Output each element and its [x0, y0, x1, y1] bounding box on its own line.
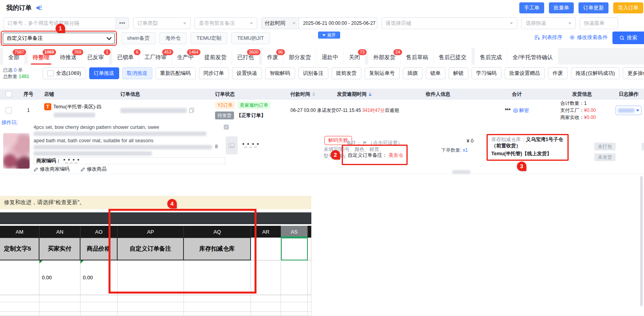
- push-decoded-button[interactable]: 推送(仅解码成功): [571, 67, 620, 79]
- col-AM[interactable]: AM: [0, 226, 39, 238]
- tab-aftersale-draft[interactable]: 售后草稿: [401, 48, 433, 65]
- tab-all[interactable]: 7587全部: [3, 48, 24, 65]
- selected-count: 0: [14, 67, 17, 73]
- quick-tag-shein[interactable]: shein备货: [121, 32, 155, 44]
- tab-locked[interactable]: 6已锁单: [112, 48, 139, 65]
- page-title: 我的订单: [6, 4, 32, 12]
- header-custom-text5[interactable]: 定制文字5: [0, 238, 39, 260]
- has-message-select[interactable]: 是否有留言备注: [195, 17, 257, 29]
- quick-tag-overseas[interactable]: 海外仓: [159, 32, 187, 44]
- col-order-status: 订单状态: [211, 91, 288, 98]
- recipient-mask: ***: [505, 108, 511, 113]
- cell-AM2[interactable]: [0, 260, 39, 295]
- qty-line: 下单数量: x1: [441, 147, 468, 154]
- recognize-remark-button[interactable]: 识别备注: [298, 67, 328, 79]
- pencil-icon: [34, 167, 38, 172]
- warehouse-select-blurred[interactable]: [616, 106, 642, 115]
- sync-order-button[interactable]: 同步订单: [199, 67, 229, 79]
- express-select[interactable]: 选择快递: [521, 17, 576, 29]
- tab-in-production[interactable]: 1464生产中: [172, 48, 199, 65]
- list-sort-link[interactable]: 列表排序: [534, 34, 562, 41]
- waybill-input[interactable]: 快递面单: [580, 17, 618, 29]
- tab-early-ship[interactable]: 提前发货: [199, 48, 232, 65]
- top-bar: 我的订单 手工单 批量单 订单更新 导入订单: [0, 0, 644, 16]
- header-checkbox[interactable]: [6, 91, 12, 97]
- payment-time-type-select[interactable]: 付款时间: [261, 17, 299, 29]
- row-divider: [0, 174, 644, 174]
- checkbox-icon[interactable]: ✓: [224, 125, 229, 130]
- search-button[interactable]: 搜索: [612, 32, 644, 44]
- void-button[interactable]: 作废: [548, 67, 568, 79]
- tab-aftersale-done[interactable]: 售后完成: [475, 48, 507, 65]
- flag-button[interactable]: 插旗: [403, 67, 423, 79]
- order-type-select[interactable]: 订单类型: [133, 17, 191, 29]
- tab-managed-confirm[interactable]: 全/半托管待确认: [507, 48, 558, 65]
- cell-AS1-selected[interactable]: [281, 238, 308, 260]
- copy-icon[interactable]: [189, 108, 194, 113]
- tab-packed[interactable]: 3600已打包: [232, 48, 259, 65]
- warehouse-line: 库存扣减仓库：义乌宝湾1号子仓（前置收货）: [491, 136, 566, 149]
- import-order-button[interactable]: 导入订单: [613, 2, 643, 13]
- edit-product-link[interactable]: 修改商品: [80, 166, 107, 173]
- col-log-actions: 日志操作: [616, 91, 644, 98]
- tab-external-ship[interactable]: 24外部发货: [368, 48, 401, 65]
- quick-tag-temu-custom[interactable]: TEMU定制: [191, 32, 227, 44]
- batch-order-button[interactable]: 批量单: [549, 2, 574, 13]
- edit-sku-link[interactable]: 修改商家编码: [34, 166, 69, 173]
- cell-AS2[interactable]: [281, 260, 308, 295]
- sort-icon[interactable]: [312, 92, 315, 96]
- col-AS-selected[interactable]: AS: [281, 226, 308, 238]
- copy-tracking-button[interactable]: 复制运单号: [365, 67, 400, 79]
- batch-gift-button[interactable]: 批量设置赠品: [505, 67, 545, 79]
- cell-AN2[interactable]: 0.00: [39, 260, 80, 295]
- sort-icon-active[interactable]: [369, 92, 372, 96]
- manual-order-button[interactable]: 手工单: [519, 2, 544, 13]
- tab-partial-ship[interactable]: 部分发货: [283, 48, 316, 65]
- chevron-down-icon: [292, 22, 296, 24]
- select-all-checkbox[interactable]: [47, 70, 54, 76]
- order-update-button[interactable]: 订单更新: [578, 2, 608, 13]
- product-title-line1[interactable]: 4pcs set, bow cherry design pattern show…: [34, 125, 222, 130]
- product-image-blurred[interactable]: [3, 133, 30, 169]
- more-input-options-button[interactable]: •••: [116, 18, 129, 29]
- row-checkbox[interactable]: [6, 107, 12, 113]
- vertical-scrollbar[interactable]: [640, 176, 643, 306]
- col-AN[interactable]: AN: [39, 226, 80, 238]
- tab-refunding[interactable]: 退款中: [316, 48, 343, 65]
- col-pay-time[interactable]: 付款时间: [288, 91, 331, 98]
- announcement-megaphone-icon[interactable]: [36, 5, 43, 11]
- header-buyer-paid[interactable]: 买家实付: [39, 238, 80, 260]
- col-overdue-time[interactable]: 发货逾期时间: [331, 91, 391, 98]
- learn-code-button[interactable]: 学习编码: [472, 67, 502, 79]
- order-number-input[interactable]: 订单号，多个用逗号或空格分隔 •••: [3, 17, 129, 29]
- annotation-box-1: 自定义订单备注: [1, 31, 117, 46]
- cancel-push-button[interactable]: 取消推送: [122, 67, 152, 79]
- tab-re-reviewed[interactable]: 1已反审: [82, 48, 109, 65]
- tab-pending-sort[interactable]: 1069待整理: [28, 48, 54, 65]
- filter-row-1: 订单号，多个用逗号或空格分隔 ••• 订单类型 是否有留言备注 付款时间 202…: [3, 17, 618, 29]
- shop-select[interactable]: 请选择店铺: [381, 17, 517, 29]
- row-index: 1: [17, 108, 39, 113]
- tab-voided[interactable]: 96作废: [262, 48, 283, 65]
- tab-pending-push[interactable]: 769待推送: [54, 48, 82, 65]
- more-actions-button[interactable]: 更多操作: [623, 67, 644, 79]
- date-range-input[interactable]: 2025-06-21 00:00:00 - 2025-06-27 23:59:5…: [299, 17, 377, 29]
- tab-closed[interactable]: 73关闭: [343, 48, 365, 65]
- rematch-code-button[interactable]: 重新匹配编码: [155, 67, 196, 79]
- unlock-button[interactable]: 解锁: [449, 67, 468, 79]
- tab-factory-review[interactable]: 453工厂待审: [139, 48, 172, 65]
- push-order-button[interactable]: 订单推送: [89, 67, 119, 79]
- set-express-button[interactable]: 设置快递: [232, 67, 262, 79]
- annotation-badge-2: 2: [331, 150, 340, 160]
- select-all-button[interactable]: 全选(1069): [43, 67, 86, 79]
- modify-search-link[interactable]: 修改搜索条件: [569, 34, 608, 41]
- expand-filters-button[interactable]: 展开: [318, 32, 340, 39]
- decrypt-link[interactable]: 解密: [513, 107, 529, 114]
- quick-tag-temu-jit[interactable]: TEMU的JIT: [231, 32, 270, 44]
- early-ship-button[interactable]: 提前发货: [331, 67, 361, 79]
- lock-order-button[interactable]: 锁单: [426, 67, 446, 79]
- promise-ship: 承诺发货07-11 15:45: [317, 108, 361, 113]
- smart-decode-button[interactable]: 智能解码: [265, 67, 295, 79]
- tab-aftersale-submitted[interactable]: 售后已提交: [433, 48, 472, 65]
- custom-order-remark-select[interactable]: 自定义订单备注: [3, 33, 115, 44]
